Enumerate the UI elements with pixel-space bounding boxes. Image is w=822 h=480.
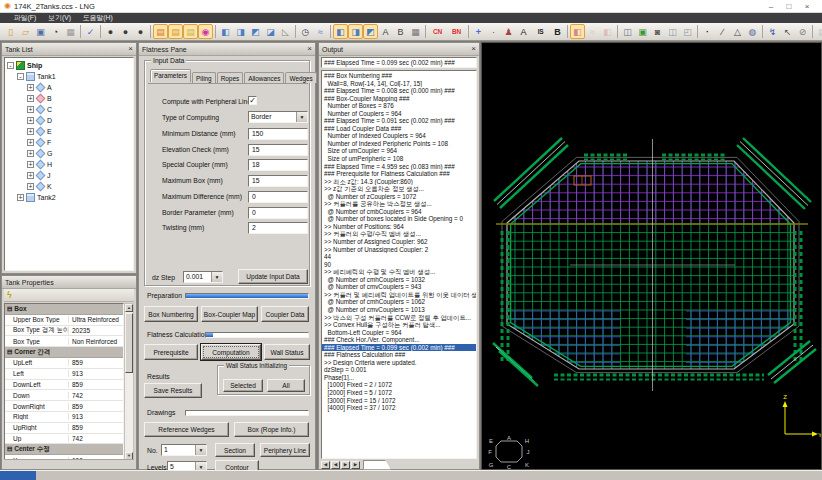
collapse-icon[interactable]: - [17, 73, 24, 80]
dz-step-combo[interactable]: 0.001 ▼ [183, 271, 223, 283]
chart-icon[interactable]: ▦ [63, 24, 78, 39]
field-input[interactable]: 2 [248, 222, 308, 234]
property-value[interactable]: 859 [69, 424, 123, 431]
output-line[interactable]: ### Elapsed Time = 4.959 sec (0.083 min)… [322, 163, 476, 171]
output-sheet-tab[interactable] [363, 460, 391, 470]
expand-icon[interactable]: + [27, 106, 34, 113]
bn-icon[interactable]: BN [447, 24, 466, 39]
capture-icon[interactable]: ▣ [635, 24, 650, 39]
output-line[interactable]: Bottom-Left Coupler = 964 [322, 329, 476, 337]
section-button[interactable]: Section [215, 443, 255, 457]
nav-last-icon[interactable]: ▶ [351, 461, 360, 469]
output-line[interactable]: Number of Couplers = 964 [322, 110, 476, 118]
forbid-icon[interactable]: ⊘ [795, 24, 810, 39]
output-line[interactable]: >> 커플러의 수평/수직 멤버 생성... [322, 230, 476, 238]
property-value[interactable]: 859 [69, 381, 123, 388]
field-input[interactable]: 0 [248, 191, 308, 203]
property-category[interactable]: ⊟ Box [5, 304, 123, 315]
update-input-data-button[interactable]: Update Input Data [238, 269, 308, 284]
output-line[interactable]: @ Number of cmhCouplers = 1032 [322, 276, 476, 284]
output-line[interactable]: >> 박스의 구성 커플러를 CCW로 정렬 후 업데이트... [322, 314, 476, 322]
property-value[interactable]: 859 [69, 359, 123, 366]
output-line[interactable]: >> z값 기준의 오름차순 정보 생성... [322, 185, 476, 193]
expand-icon[interactable]: + [27, 139, 34, 146]
output-line[interactable]: >> Number of Unassigned Coupler: 2 [322, 246, 476, 254]
menu-item[interactable]: 파일(F) [8, 13, 42, 23]
point-small-icon[interactable]: · [486, 24, 501, 39]
tree-item-a[interactable]: +A [5, 82, 133, 93]
box-coupler-map-button[interactable]: Box-Coupler Map [201, 306, 258, 322]
save-results-button[interactable]: Save Results [144, 383, 202, 398]
doc-add-icon[interactable]: ▤ [153, 24, 168, 39]
tank-list-close-icon[interactable]: × [128, 46, 133, 52]
output-line[interactable]: 90 [322, 261, 476, 269]
tree-item-d[interactable]: +D [5, 115, 133, 126]
output-line[interactable]: >> Number of Assigned Coupler: 962 [322, 238, 476, 246]
property-row[interactable]: Box TypeNon Reinforced [5, 336, 123, 347]
move-icon[interactable]: + [471, 24, 486, 39]
person-icon[interactable]: ♟ [501, 24, 516, 39]
output-line[interactable]: ### Elapsed Time = 0.008 sec (0.000 min)… [322, 87, 476, 95]
save-icon[interactable]: ▣ [33, 24, 48, 39]
wall-status-button[interactable]: Wall Status [264, 344, 310, 360]
stopwatch-icon[interactable]: ◔ [48, 24, 63, 39]
output-line[interactable]: ### Flatness Calculation ### [322, 351, 476, 359]
compass-icon[interactable]: ◷ [298, 24, 313, 39]
selected-button[interactable]: Selected [223, 379, 263, 392]
view-cube-3-icon[interactable]: ◩ [248, 24, 263, 39]
output-line[interactable]: @ Number of cmvCouplers = 1013 [322, 306, 476, 314]
peripheral-checkbox[interactable]: ✓ [248, 96, 257, 105]
field-input[interactable]: 0 [248, 207, 308, 219]
property-row[interactable]: Box Type 경계 높이20235 [5, 326, 123, 337]
property-value[interactable]: 742 [69, 392, 123, 399]
output-line[interactable]: Size of umPeripheric = 108 [322, 155, 476, 163]
output-line[interactable]: @ Number of cmbCouplers = 964 [322, 208, 476, 216]
grid-icon[interactable]: ▦ [408, 24, 423, 39]
pink-wave-icon[interactable]: ≈ [585, 24, 600, 39]
render-mode-icon[interactable]: ◉ [198, 24, 213, 39]
tree-item-tank2[interactable]: +Tank2 [5, 192, 133, 203]
text-is-icon[interactable]: IS [531, 24, 550, 39]
pick-lightning-icon[interactable]: ↯ [765, 24, 780, 39]
tab-parameters[interactable]: Parameters [150, 69, 191, 82]
property-value[interactable]: 913 [69, 413, 123, 420]
pick-x-icon[interactable]: ↖ [780, 24, 795, 39]
label-a-icon[interactable]: A [378, 24, 393, 39]
property-row[interactable]: UpLeft859 [5, 358, 123, 369]
expand-icon[interactable]: + [27, 172, 34, 179]
save-view-icon[interactable]: ◰ [680, 24, 695, 39]
box-rope-info-button[interactable]: Box (Rope Info.) [234, 422, 309, 437]
point-icon[interactable]: · [700, 24, 715, 39]
menu-item[interactable]: 보기(V) [42, 13, 77, 23]
measure-icon[interactable]: ◺ [278, 24, 293, 39]
property-row[interactable]: DownRight859 [5, 401, 123, 412]
output-line[interactable]: @ Number of boxes located in Side Openin… [322, 215, 476, 223]
output-line[interactable]: >> 최소 z값: 14.3 (Coupler:860) [322, 178, 476, 186]
output-line[interactable]: >> 페리페릭의 수평 및 수직 멤버 생성... [322, 268, 476, 276]
close-button[interactable]: × [798, 2, 816, 11]
tank-view-1-icon[interactable]: ◧ [333, 24, 348, 39]
output-line[interactable]: [1000] Fixed = 2 / 1072 [322, 381, 476, 389]
property-row[interactable]: Left913 [5, 369, 123, 380]
pink-cube-icon[interactable]: ◧ [570, 24, 585, 39]
collapse-icon[interactable]: - [7, 62, 14, 69]
property-value[interactable]: 859 [69, 403, 123, 410]
doc-edit-icon[interactable]: ▤ [168, 24, 183, 39]
pink-cube-2-icon[interactable]: ◧ [600, 24, 615, 39]
text-a-icon[interactable]: A [516, 24, 531, 39]
output-line[interactable]: [2000] Fixed = 5 / 1072 [322, 389, 476, 397]
chevron-down-icon[interactable]: ▼ [296, 112, 307, 122]
tree-item-e[interactable]: +E [5, 126, 133, 137]
chevron-down-icon[interactable]: ▼ [211, 272, 222, 282]
rotate-left-icon[interactable]: ● [103, 24, 118, 39]
property-row[interactable]: DownLeft859 [5, 380, 123, 391]
no-combo[interactable]: 1 ▼ [161, 444, 207, 456]
field-input[interactable]: 150 [248, 128, 308, 140]
viewport[interactable]: EAHFJGCKZY [481, 42, 822, 470]
output-line[interactable]: ### Box-Coupler Mapping ### [322, 95, 476, 103]
output-line[interactable]: [4000] Fixed = 37 / 1072 [322, 404, 476, 412]
expand-icon[interactable]: + [27, 128, 34, 135]
output-line[interactable]: >> Design Criteria were updated. [322, 359, 476, 367]
tree-item-tank1[interactable]: -Tank1 [5, 71, 133, 82]
property-value[interactable]: Non Reinforced [69, 338, 123, 345]
